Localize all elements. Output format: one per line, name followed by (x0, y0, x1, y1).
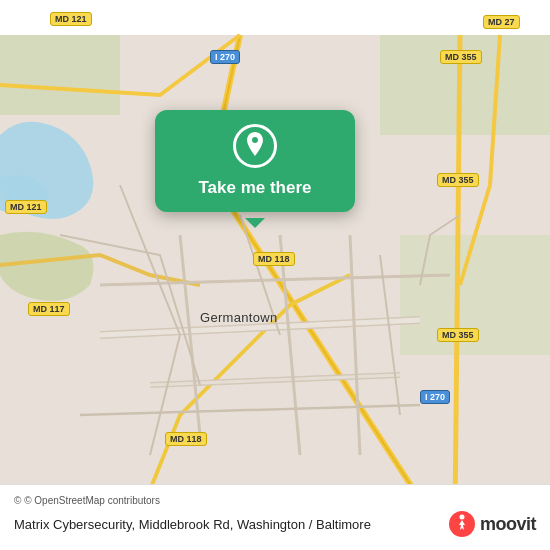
location-pin-icon (243, 132, 267, 160)
attribution: © © OpenStreetMap contributors (14, 495, 536, 506)
road-label-md118-bot: MD 118 (165, 432, 207, 446)
bottom-bar: © © OpenStreetMap contributors Matrix Cy… (0, 484, 550, 550)
road-label-md355-mid: MD 355 (437, 173, 479, 187)
bottom-content: Matrix Cybersecurity, Middlebrook Rd, Wa… (14, 510, 536, 538)
map-container: MD 121 MD 27 I 270 MD 355 I 270 MD 121 M… (0, 0, 550, 550)
popup-label: Take me there (198, 178, 311, 198)
road-label-md355-top: MD 355 (440, 50, 482, 64)
road-label-md355-bot: MD 355 (437, 328, 479, 342)
attribution-text: © OpenStreetMap contributors (24, 495, 160, 506)
road-label-md121-left: MD 121 (5, 200, 47, 214)
city-label-germantown: Germantown (200, 310, 277, 325)
road-label-md121-top: MD 121 (50, 12, 92, 26)
road-label-md117: MD 117 (28, 302, 70, 316)
road-label-md27: MD 27 (483, 15, 520, 29)
road-label-i270-top: I 270 (210, 50, 240, 64)
road-label-md118-mid: MD 118 (253, 252, 295, 266)
moovit-icon-svg (448, 510, 476, 538)
moovit-logo: moovit (448, 510, 536, 538)
svg-point-6 (459, 515, 464, 520)
road-label-i270-bot: I 270 (420, 390, 450, 404)
svg-rect-1 (0, 35, 120, 115)
location-icon-wrapper (233, 124, 277, 168)
moovit-text: moovit (480, 514, 536, 535)
popup-card[interactable]: Take me there (155, 110, 355, 212)
location-text: Matrix Cybersecurity, Middlebrook Rd, Wa… (14, 517, 448, 532)
